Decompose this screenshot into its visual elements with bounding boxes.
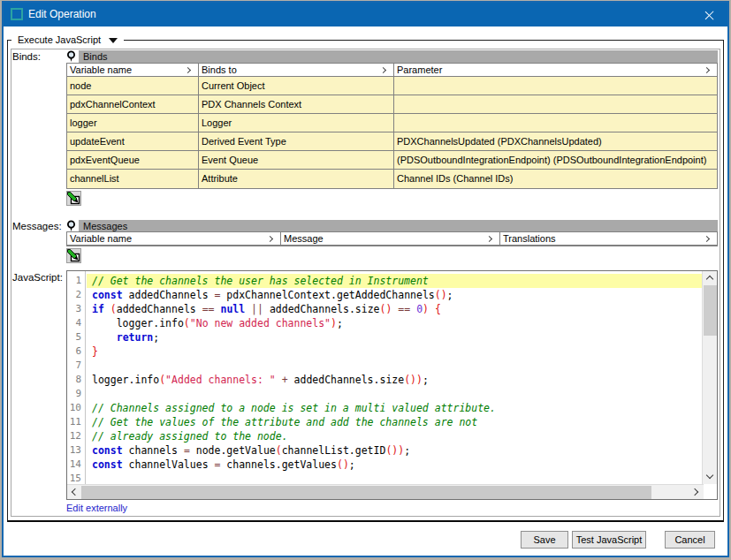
column-header[interactable]: Variable name xyxy=(67,232,281,245)
line-number: 8 xyxy=(66,373,81,387)
column-header[interactable]: Parameter xyxy=(394,64,717,76)
column-header[interactable]: Translations xyxy=(500,232,717,245)
code-line[interactable]: // Get the channels the user has selecte… xyxy=(87,274,704,288)
table-cell[interactable]: Derived Event Type xyxy=(199,132,394,150)
code-line[interactable]: const channels = node.getValue(channelLi… xyxy=(87,443,704,458)
code-token: logger.info xyxy=(92,374,159,386)
editor-code-area[interactable]: // Get the channels the user has selecte… xyxy=(87,271,704,484)
binds-pin-icon xyxy=(66,50,76,63)
code-token: addedChannels xyxy=(117,303,202,315)
code-token: ) xyxy=(423,303,429,315)
messages-add-row-button[interactable] xyxy=(66,248,81,263)
table-cell[interactable]: logger xyxy=(67,114,199,132)
scroll-up-button[interactable] xyxy=(703,271,717,285)
code-line[interactable]: // already assigned to the node. xyxy=(87,429,704,443)
code-token: return xyxy=(117,331,154,344)
table-cell[interactable]: Event Queue xyxy=(199,151,394,169)
table-cell[interactable]: (PDSOutboundIntegrationEndpoint) (PDSOut… xyxy=(394,151,717,169)
table-cell[interactable]: updateEvent xyxy=(67,132,199,150)
app-icon xyxy=(11,8,23,20)
table-cell[interactable]: pdxEventQueue xyxy=(67,151,199,169)
code-token: // Get the values of the attribute and a… xyxy=(92,416,477,428)
test-javascript-button[interactable]: Test JavaScript xyxy=(572,531,646,549)
close-button[interactable] xyxy=(694,3,724,26)
javascript-label: JavaScript: xyxy=(12,272,63,283)
editor-horizontal-scrollbar[interactable] xyxy=(67,484,704,499)
table-cell[interactable]: node xyxy=(67,77,199,95)
code-line[interactable] xyxy=(87,359,704,373)
save-button[interactable]: Save xyxy=(521,531,568,549)
table-row[interactable]: nodeCurrent Object xyxy=(67,77,717,95)
table-row[interactable]: updateEventDerived Event TypePDXChannels… xyxy=(67,132,717,151)
binds-table: Variable nameBinds toParameternodeCurren… xyxy=(66,63,718,189)
code-line[interactable]: const channelValues = channels.getValues… xyxy=(87,458,704,472)
table-row[interactable]: pdxChannelContextPDX Channels Context xyxy=(67,95,717,114)
operation-type-dropdown[interactable]: Execute JavaScript xyxy=(11,34,124,46)
code-token: if xyxy=(92,303,104,315)
code-token: ; xyxy=(337,317,343,329)
table-row[interactable]: channelListAttributeChannel IDs (Channel… xyxy=(67,170,717,188)
column-header[interactable]: Message xyxy=(281,232,500,245)
table-cell[interactable]: Logger xyxy=(199,114,394,132)
code-line[interactable]: } xyxy=(87,344,704,359)
binds-section-title: Binds xyxy=(83,51,108,62)
code-token: const xyxy=(92,458,123,471)
code-line[interactable]: logger.info("Added channels: " + addedCh… xyxy=(87,373,704,387)
table-cell[interactable] xyxy=(394,114,717,132)
code-token: logger.info xyxy=(92,317,184,329)
column-expand-icon[interactable] xyxy=(704,235,710,241)
table-cell[interactable] xyxy=(394,77,717,95)
title-bar: Edit Operation xyxy=(4,3,727,26)
column-expand-icon[interactable] xyxy=(267,235,273,241)
line-number: 10 xyxy=(66,401,81,415)
horizontal-scroll-thumb[interactable] xyxy=(81,486,651,499)
messages-table: Variable nameMessageTranslations xyxy=(66,231,718,246)
line-number: 12 xyxy=(66,429,81,443)
column-expand-icon[interactable] xyxy=(704,66,710,72)
code-token: ; xyxy=(404,444,410,457)
binds-add-row-button[interactable] xyxy=(66,191,81,206)
code-token: addedChannels.size xyxy=(263,303,380,315)
scroll-left-button[interactable] xyxy=(67,485,81,499)
table-cell[interactable]: PDXChannelsUpdated (PDXChannelsUpdated) xyxy=(394,132,717,150)
code-line[interactable]: const addedChannels = pdxChannelContext.… xyxy=(87,288,704,302)
column-expand-icon[interactable] xyxy=(486,235,492,241)
code-line[interactable] xyxy=(87,387,704,401)
table-row[interactable]: loggerLogger xyxy=(67,114,717,132)
code-token: ()) xyxy=(385,444,404,457)
column-header-label: Variable name xyxy=(70,64,132,75)
cancel-button[interactable]: Cancel xyxy=(665,531,715,549)
code-token xyxy=(104,303,110,315)
table-cell[interactable]: Channel IDs (Channel IDs) xyxy=(394,170,717,188)
code-token: ( xyxy=(276,444,282,457)
column-expand-icon[interactable] xyxy=(380,66,386,72)
scroll-right-button[interactable] xyxy=(689,485,704,499)
table-cell[interactable]: Attribute xyxy=(199,170,394,188)
code-line[interactable]: if (addedChannels == null || addedChanne… xyxy=(87,302,704,316)
table-cell[interactable]: pdxChannelContext xyxy=(67,95,199,113)
column-header[interactable]: Variable name xyxy=(67,64,199,76)
code-token: ; xyxy=(447,289,453,301)
code-line[interactable] xyxy=(87,472,704,484)
scroll-down-button[interactable] xyxy=(703,470,717,484)
table-cell[interactable]: channelList xyxy=(67,170,199,188)
code-line[interactable]: return; xyxy=(87,330,704,344)
line-number: 1 xyxy=(66,274,81,288)
table-cell[interactable]: Current Object xyxy=(199,77,394,95)
table-row[interactable]: pdxEventQueueEvent Queue(PDSOutboundInte… xyxy=(67,151,717,170)
code-line[interactable]: // Get the values of the attribute and a… xyxy=(87,415,704,429)
table-cell[interactable]: PDX Channels Context xyxy=(199,95,394,113)
javascript-editor[interactable]: 123456789101112131415 // Get the channel… xyxy=(66,270,718,500)
messages-section-bar[interactable]: Messages xyxy=(79,220,718,232)
table-cell[interactable] xyxy=(394,95,717,113)
code-line[interactable]: logger.info("No new added channels"); xyxy=(87,316,704,330)
column-header[interactable]: Binds to xyxy=(199,64,394,76)
line-number: 14 xyxy=(66,458,81,472)
editor-vertical-scrollbar[interactable] xyxy=(702,271,717,484)
vertical-scroll-thumb[interactable] xyxy=(704,285,717,336)
column-expand-icon[interactable] xyxy=(185,66,191,72)
edit-externally-link[interactable]: Edit externally xyxy=(66,503,127,513)
binds-section-bar[interactable]: Binds xyxy=(79,50,718,63)
code-token: ; xyxy=(423,374,429,386)
code-line[interactable]: // Channels assigned to a node is set in… xyxy=(87,401,704,415)
